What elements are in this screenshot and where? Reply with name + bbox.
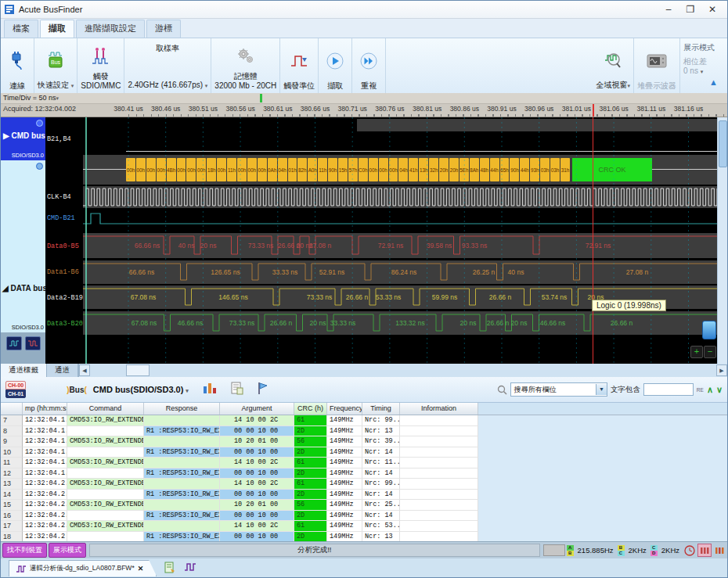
- zoom-in-button[interactable]: +: [690, 346, 703, 358]
- scroll-right-arrow[interactable]: ▶: [716, 364, 727, 376]
- waveform-canvas[interactable]: 00h00h00h00h4Bh00h00h00h18h00h11h00h00h0…: [83, 117, 719, 364]
- cell: 12:32:04.2..: [23, 479, 67, 490]
- trigger-level-button[interactable]: 觸發準位: [280, 38, 319, 93]
- timediv-label[interactable]: Time/Div = 50 ns: [3, 94, 56, 102]
- search-down-button[interactable]: ∨: [716, 385, 723, 395]
- vertical-scrollbar[interactable]: [717, 117, 727, 364]
- table-row[interactable]: 1512:32:04.2..CMD53:IO_RW_EXTENDED10 20 …: [1, 500, 727, 511]
- memory-control[interactable]: 記憶體 32000 Mb - 20CH: [211, 38, 280, 93]
- cell: [67, 469, 144, 479]
- scrollbar-thumb[interactable]: [719, 120, 727, 167]
- signal-label-CMD-B21[interactable]: CMD-B21: [47, 214, 75, 222]
- bus-selector-dropdown[interactable]: CMD bus(SDIO/SD3.0)▾: [93, 385, 189, 394]
- tab-channels[interactable]: 通道: [47, 364, 78, 377]
- search-up-button[interactable]: ∧: [707, 385, 713, 395]
- stack-scope-button[interactable]: 堆疊示波器: [634, 38, 680, 93]
- cell: Nrc: 99...: [362, 415, 400, 426]
- repeat-button[interactable]: 重複: [352, 38, 386, 93]
- table-row[interactable]: 1812:32:04.2R1 :RESP53:IO_RW_EXTE00 00 1…: [1, 532, 727, 542]
- bus-button[interactable]: )Bus(: [67, 386, 87, 394]
- bars-view-icon[interactable]: [697, 544, 712, 557]
- cell: 12:32:04.1..: [23, 447, 67, 458]
- cell: [144, 415, 220, 426]
- column-header-Argument[interactable]: Argument: [220, 403, 294, 415]
- document-tab[interactable]: 邏輯分析儀-dg_sdio_LA0807.BFW* ✕: [9, 560, 157, 576]
- column-header-Command[interactable]: Command: [67, 403, 144, 415]
- data-bus-group[interactable]: ◢ DATA bus SDIO/SD3.0: [1, 160, 45, 332]
- horizontal-scrollbar[interactable]: ◀ ▶: [78, 364, 727, 377]
- global-view-button[interactable]: 全域視窗▾: [593, 38, 634, 93]
- trigger-sdio-button[interactable]: 觸發 SDIO/MMC: [77, 38, 124, 93]
- minimize-button[interactable]: –: [663, 4, 674, 15]
- signal-label-B21,B4[interactable]: B21,B4: [47, 135, 71, 143]
- bus-settings-icon[interactable]: [36, 120, 43, 127]
- clock-icon[interactable]: [683, 544, 696, 556]
- time-ruler[interactable]: Acquired: 12:32:04.002 380.41 us380.46 u…: [1, 104, 727, 117]
- menu-tab-檔案[interactable]: 檔案: [4, 20, 38, 38]
- table-row[interactable]: 1012:32:04.1..R1 :RESP53:IO_RW_EXTE...00…: [1, 447, 727, 458]
- column-header-mp (hh:mm:ss.n[interactable]: mp (hh:mm:ss.n: [23, 403, 67, 415]
- close-button[interactable]: ✕: [707, 4, 718, 15]
- search-scope-select[interactable]: 搜尋所有欄位▼: [510, 382, 607, 397]
- title-bar: Acute BusFinder – ❐ ✕: [1, 1, 727, 19]
- bus-settings-icon[interactable]: [36, 163, 43, 170]
- signal-label-CLK-B4[interactable]: CLK-B4: [47, 193, 71, 201]
- cell: R1 :RESP53:IO_RW_EXTE: [144, 532, 220, 542]
- scrollbar-thumb[interactable]: [126, 364, 150, 376]
- column-header-Information[interactable]: Information: [400, 403, 478, 415]
- cell: 00 00 10 00: [220, 447, 294, 458]
- table-row[interactable]: 1412:32:04.2..R1 :RESP53:IO_RW_EXTE...00…: [1, 490, 727, 501]
- signal-label-Data3-B20[interactable]: Data3-B20: [47, 320, 83, 328]
- table-row[interactable]: 1712:32:04.2..CMD53:IO_RW_EXTENDED14 10 …: [1, 521, 727, 532]
- tab-close-icon[interactable]: ✕: [138, 565, 144, 573]
- zoom-out-button[interactable]: −: [704, 346, 716, 358]
- signal-label-Data0-B5[interactable]: Data0-B5: [47, 242, 79, 250]
- table-row[interactable]: 712:32:04.1..CMD53:IO_RW_EXTENDED14 10 0…: [1, 415, 727, 426]
- ruler-tick: 380.61 us: [263, 105, 292, 113]
- column-header-num[interactable]: [1, 403, 23, 415]
- waveform-view-button[interactable]: [25, 336, 41, 350]
- cell: 149MHz: [327, 532, 362, 542]
- table-row[interactable]: 912:32:04.1..CMD53:IO_RW_EXTENDED10 20 0…: [1, 436, 727, 447]
- ruler-tick: 380.91 us: [487, 105, 516, 113]
- cmd-bus-group[interactable]: ▶ CMD bus SDIO/SD3.0: [1, 117, 45, 160]
- navigator-gadget-icon[interactable]: [702, 321, 716, 339]
- flag-icon[interactable]: [258, 382, 268, 398]
- ribbon-collapse-icon[interactable]: ▲: [709, 77, 718, 87]
- waveform-view-button[interactable]: [6, 336, 22, 350]
- bars-list-icon[interactable]: [713, 544, 726, 556]
- quick-setup-button[interactable]: Bus 快速設定 ▾: [34, 38, 77, 93]
- signal-label-Data2-B19[interactable]: Data2-B19: [47, 294, 83, 302]
- table-row[interactable]: 812:32:04.1..R1 :RESP53:IO_RW_EXTE...00 …: [1, 426, 727, 437]
- statistics-chart-icon[interactable]: [203, 382, 217, 397]
- marker-cd-frequency: 2KHz: [661, 546, 679, 555]
- menu-tab-游標[interactable]: 游標: [146, 20, 181, 38]
- search-input[interactable]: [643, 383, 694, 396]
- column-header-Response[interactable]: Response: [144, 403, 220, 415]
- cell: CMD53:IO_RW_EXTENDED: [67, 479, 144, 490]
- cursor-line[interactable]: [593, 117, 593, 364]
- cell: [67, 490, 144, 501]
- column-header-Timing[interactable]: Timing: [362, 403, 400, 415]
- column-header-Frequency[interactable]: Frequency: [327, 403, 362, 415]
- menu-tab-擷取[interactable]: 擷取: [40, 20, 74, 38]
- new-waveform-icon[interactable]: [184, 562, 196, 576]
- table-row[interactable]: 1212:32:04.1..R1 :RESP53:IO_RW_EXTE...00…: [1, 469, 727, 479]
- table-row[interactable]: 1112:32:04.1..CMD53:IO_RW_EXTENDED14 10 …: [1, 458, 727, 469]
- table-header[interactable]: mp (hh:mm:ss.nCommandResponseArgumentCRC…: [1, 403, 727, 415]
- cell: 149MHz: [327, 458, 362, 469]
- scroll-left-arrow[interactable]: ◀: [79, 364, 90, 376]
- maximize-button[interactable]: ❐: [685, 4, 696, 15]
- table-row[interactable]: 1312:32:04.2..CMD53:IO_RW_EXTENDED14 10 …: [1, 479, 727, 490]
- column-header-CRC (h)[interactable]: CRC (h): [294, 403, 327, 415]
- capture-button[interactable]: 擷取: [319, 38, 352, 93]
- menu-tab-進階擷取設定[interactable]: 進階擷取設定: [76, 20, 145, 38]
- connect-button[interactable]: 連線: [1, 38, 34, 93]
- report-icon[interactable]: [231, 382, 243, 398]
- new-report-icon[interactable]: [164, 562, 176, 577]
- global-view-magnifier-icon: [603, 41, 623, 81]
- tab-channel-labels[interactable]: 通道標籤: [1, 364, 47, 377]
- table-row[interactable]: 1612:32:04.2..R1 :RESP53:IO_RW_EXTE...00…: [1, 511, 727, 522]
- signal-label-Data1-B6[interactable]: Data1-B6: [47, 268, 79, 276]
- sample-rate-control[interactable]: 取樣率 2.40GHz (416.667ps) ▾: [124, 38, 211, 93]
